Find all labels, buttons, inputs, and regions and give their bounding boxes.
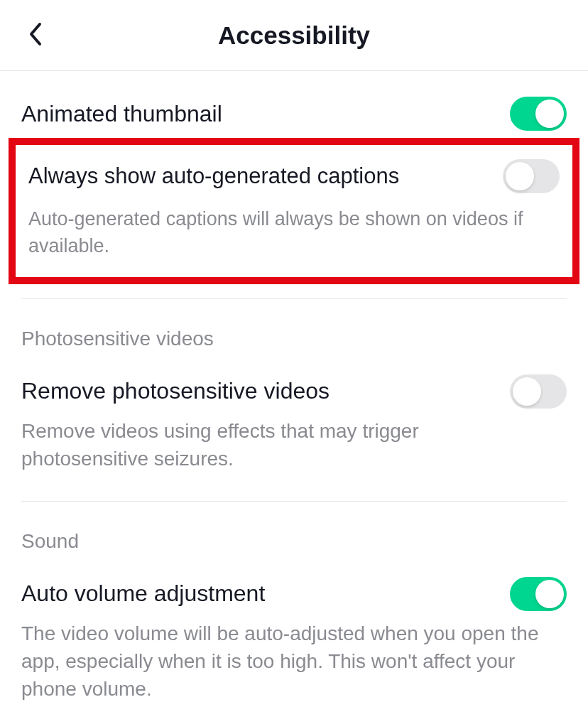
auto-volume-toggle[interactable] <box>510 577 567 611</box>
page-title: Accessibility <box>218 21 370 50</box>
animated-thumbnail-toggle[interactable] <box>510 97 567 131</box>
setting-animated-thumbnail: Animated thumbnail <box>0 71 588 131</box>
divider <box>21 501 567 502</box>
toggle-knob <box>535 99 564 128</box>
auto-captions-description: Auto-generated captions will always be s… <box>28 206 560 260</box>
auto-captions-toggle[interactable] <box>503 159 560 193</box>
photosensitive-section-header: Photosensitive videos <box>0 305 588 362</box>
setting-auto-volume: Auto volume adjustment The video volume … <box>0 564 588 702</box>
auto-volume-description: The video volume will be auto-adjusted w… <box>21 620 567 702</box>
chevron-left-icon <box>27 21 44 47</box>
remove-photosensitive-label: Remove photosensitive videos <box>21 378 330 404</box>
toggle-knob <box>513 377 541 406</box>
remove-photosensitive-description: Remove videos using effects that may tri… <box>21 417 567 472</box>
divider <box>21 298 567 299</box>
setting-auto-captions-highlighted: Always show auto-generated captions Auto… <box>9 138 579 284</box>
page-header: Accessibility <box>0 0 588 71</box>
remove-photosensitive-toggle[interactable] <box>510 374 567 409</box>
toggle-knob <box>506 162 534 190</box>
sound-section-header: Sound <box>0 507 588 564</box>
animated-thumbnail-label: Animated thumbnail <box>21 101 222 127</box>
setting-remove-photosensitive: Remove photosensitive videos Remove vide… <box>0 362 588 472</box>
auto-captions-label: Always show auto-generated captions <box>28 163 399 189</box>
settings-content: Animated thumbnail Always show auto-gene… <box>0 71 588 702</box>
back-button[interactable] <box>21 16 50 55</box>
toggle-knob <box>535 580 564 608</box>
auto-volume-label: Auto volume adjustment <box>21 580 265 607</box>
